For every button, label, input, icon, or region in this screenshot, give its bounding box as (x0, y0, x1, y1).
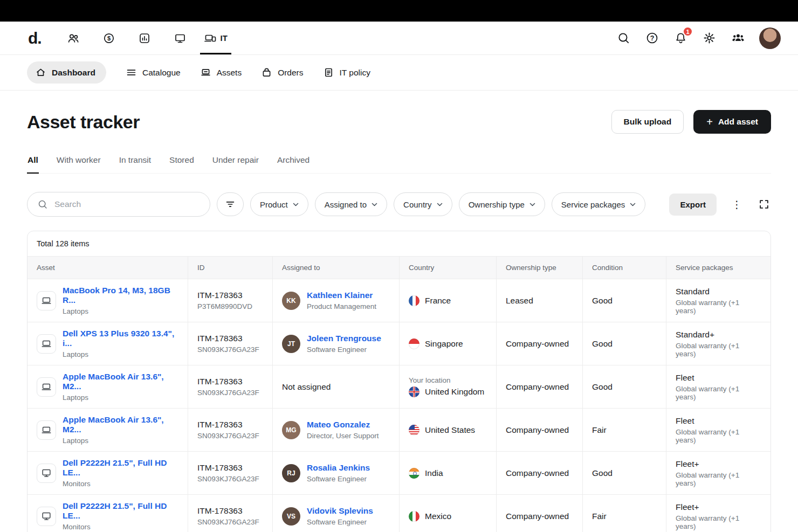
asset-serial: P3T6M8990DVD (197, 302, 252, 310)
condition: Fair (592, 425, 607, 435)
tab-with-worker[interactable]: With worker (56, 155, 101, 173)
column-header-asset: Asset (27, 257, 188, 279)
service-package-note: Global warranty (+1 years) (676, 385, 761, 401)
assignee-role: Software Engineer (307, 518, 373, 526)
brand-logo[interactable]: d. (28, 29, 42, 47)
app-header: d. $ IT ? 1 (0, 22, 798, 55)
document-icon (323, 67, 334, 78)
notification-badge: 1 (683, 26, 693, 37)
ownership-type: Company-owned (506, 382, 569, 392)
subnav-item-assets[interactable]: Assets (200, 67, 242, 78)
fullscreen-icon (758, 198, 770, 210)
asset-name-link[interactable]: Dell P2222H 21.5", Full HD LE... (63, 501, 178, 521)
flag-france-icon (409, 295, 419, 306)
tab-in-transit[interactable]: In transit (119, 155, 152, 173)
condition: Fair (592, 512, 607, 521)
asset-id: ITM-178363 (197, 334, 259, 343)
column-header-assigned-to: Assigned to (273, 257, 400, 279)
nav-finance-icon[interactable]: $ (91, 22, 127, 54)
filter-icon (224, 198, 236, 210)
monitor-icon (37, 507, 56, 526)
tab-all[interactable]: All (27, 155, 39, 173)
nav-devices-icon[interactable] (162, 22, 198, 54)
team-icon[interactable] (730, 30, 746, 46)
fullscreen-button[interactable] (757, 197, 771, 211)
column-header-country: Country (400, 257, 497, 279)
help-icon[interactable]: ? (644, 30, 660, 46)
asset-name-link[interactable]: Apple MacBook Air 13.6", M2... (63, 415, 178, 434)
filter-toolbar: ProductAssigned toCountryOwnership typeS… (27, 192, 771, 217)
filter-button[interactable] (217, 192, 244, 216)
menu-icon (126, 67, 137, 78)
asset-category: Laptops (63, 350, 178, 358)
not-assigned-label: Not assigned (282, 382, 331, 392)
assignee-name-link[interactable]: Joleen Trengrouse (307, 334, 381, 343)
laptop-icon (37, 420, 56, 440)
column-header-condition: Condition (583, 257, 666, 279)
column-header-service-packages: Service packages (666, 257, 771, 279)
user-avatar[interactable] (759, 27, 781, 49)
it-hub-icon (204, 32, 217, 45)
assignee-role: Software Engineer (307, 475, 370, 483)
assignee-avatar: MG (282, 421, 300, 439)
filter-dropdown-country[interactable]: Country (394, 192, 452, 216)
asset-name-link[interactable]: Apple MacBook Air 13.6", M2... (63, 372, 178, 391)
asset-category: Laptops (63, 393, 178, 402)
subnav-item-catalogue[interactable]: Catalogue (126, 67, 181, 78)
add-asset-button[interactable]: + Add asset (693, 110, 771, 134)
subnav-item-orders[interactable]: Orders (261, 67, 303, 78)
tab-under-repair[interactable]: Under repair (212, 155, 259, 173)
asset-name-link[interactable]: MacBook Pro 14, M3, 18GB R... (63, 286, 178, 305)
subnav-item-it-policy[interactable]: IT policy (323, 67, 370, 78)
filter-dropdown-service-packages[interactable]: Service packages (552, 192, 645, 216)
it-hub-label: IT (221, 33, 228, 43)
service-package-note: Global warranty (+1 years) (676, 471, 761, 487)
table-row: Dell P2222H 21.5", Full HD LE... Monitor… (27, 495, 771, 532)
primary-nav: $ IT (56, 22, 233, 54)
search-input[interactable] (53, 199, 200, 210)
subnav-item-dashboard[interactable]: Dashboard (27, 61, 106, 84)
ownership-type: Company-owned (506, 468, 569, 478)
laptop-icon (37, 334, 56, 354)
svg-text:?: ? (650, 34, 655, 42)
assignee-name-link[interactable]: Rosalia Jenkins (307, 463, 370, 473)
asset-id: ITM-178363 (197, 420, 259, 430)
condition: Good (592, 296, 613, 306)
ownership-type: Company-owned (506, 339, 569, 349)
bell-icon[interactable]: 1 (673, 30, 689, 46)
search-icon[interactable] (616, 30, 631, 46)
export-button[interactable]: Export (669, 194, 717, 216)
settings-gear-icon[interactable] (701, 30, 717, 46)
laptop-icon (37, 291, 56, 310)
filter-dropdown-ownership-type[interactable]: Ownership type (459, 192, 545, 216)
assignee-stack: Kathleen Klainer Product Management (307, 291, 376, 310)
more-options-button[interactable]: ⋮ (730, 198, 744, 211)
bulk-upload-button[interactable]: Bulk upload (611, 110, 684, 134)
country-name: United States (425, 425, 475, 435)
assignee-name-link[interactable]: Mateo Gonzalez (307, 420, 379, 430)
flag-mexico-icon (409, 511, 419, 522)
table-row: Apple MacBook Air 13.6", M2... Laptops I… (27, 365, 771, 409)
nav-analytics-icon[interactable] (127, 22, 162, 54)
asset-serial: SN093KJ76GA23F (197, 389, 259, 397)
asset-id: ITM-178363 (197, 377, 259, 386)
nav-it-hub[interactable]: IT (198, 22, 233, 54)
service-package-note: Global warranty (+1 years) (676, 428, 761, 444)
asset-name-link[interactable]: Dell XPS 13 Plus 9320 13.4", i... (63, 329, 178, 348)
filter-dropdown-assigned-to[interactable]: Assigned to (315, 192, 387, 216)
country-name: United Kingdom (425, 387, 484, 397)
assignee-name-link[interactable]: Kathleen Klainer (307, 291, 376, 300)
asset-serial: SN093KJ76GA23F (197, 346, 259, 354)
tab-archived[interactable]: Archived (277, 155, 310, 173)
top-black-bar (0, 0, 798, 22)
service-package: Fleet+ (676, 459, 761, 469)
assignee-stack: Joleen Trengrouse Software Engineer (307, 334, 381, 354)
tab-stored[interactable]: Stored (169, 155, 195, 173)
chevron-down-icon (630, 203, 636, 206)
filter-dropdowns: ProductAssigned toCountryOwnership typeS… (250, 192, 645, 216)
assignee-name-link[interactable]: Vidovik Splevins (307, 506, 373, 516)
asset-serial: SN093KJ76GA23F (197, 432, 259, 440)
filter-dropdown-product[interactable]: Product (250, 192, 308, 216)
asset-name-link[interactable]: Dell P2222H 21.5", Full HD LE... (63, 458, 178, 478)
nav-people-icon[interactable] (56, 22, 91, 54)
